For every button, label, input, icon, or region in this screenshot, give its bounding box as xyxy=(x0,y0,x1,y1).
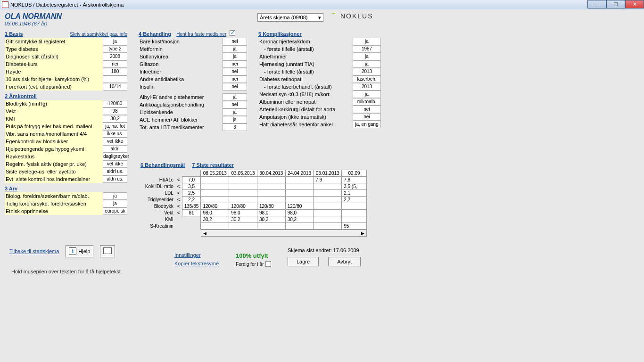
goal-cell[interactable]: 3,5 xyxy=(182,183,201,190)
field-value[interactable]: ikke us. xyxy=(103,130,127,138)
result-cell xyxy=(229,177,257,183)
maximize-button[interactable]: ☐ xyxy=(606,0,625,8)
print-button[interactable] xyxy=(100,245,115,257)
form-row: Inkretinernei xyxy=(139,68,247,75)
form-row: Koronar hjertesykdomja xyxy=(258,38,381,45)
field-value[interactable]: dagligrøyker xyxy=(103,153,127,160)
field-value[interactable]: laserbeh. xyxy=(353,75,381,83)
goal-cell[interactable]: 2,2 xyxy=(182,197,201,203)
field-value[interactable]: ja xyxy=(103,200,127,207)
field-value[interactable]: 180 xyxy=(103,68,127,75)
field-value[interactable]: ja xyxy=(353,38,381,45)
field-label: Puls på fotrygg eller bak med. malleol xyxy=(5,123,103,130)
field-value[interactable]: nei xyxy=(223,38,247,45)
field-value[interactable]: nei xyxy=(223,83,247,90)
cancel-button[interactable]: Avbryt xyxy=(328,257,361,266)
field-label: - første laserbehandl. (årstall) xyxy=(258,83,353,90)
consent-link[interactable]: Skriv ut samtykke/ pas. info xyxy=(70,32,127,37)
field-value[interactable]: 98 xyxy=(103,107,127,115)
form-row: Andre antidiabetikanei xyxy=(139,75,247,83)
finished-checkbox[interactable] xyxy=(265,261,271,267)
date-header: 30.04.2013 xyxy=(257,170,285,177)
result-cell: 98,0 xyxy=(229,210,257,216)
field-value[interactable]: ja xyxy=(103,38,127,45)
field-value[interactable]: 2013 xyxy=(353,83,381,90)
field-value[interactable]: aldri us. xyxy=(103,175,127,183)
field-value[interactable]: 30,2 xyxy=(103,115,127,123)
field-value[interactable]: vet ikke xyxy=(103,138,127,145)
field-value[interactable]: ja, hø. fot xyxy=(103,123,127,130)
form-row: Diabetes-kursnei xyxy=(5,60,127,68)
goal-cell[interactable]: 7,0 xyxy=(182,177,201,183)
field-value[interactable] xyxy=(103,75,127,83)
field-label: Albuminuri eller nefropati xyxy=(258,98,353,106)
field-value[interactable]: ja xyxy=(353,60,381,68)
help-button[interactable]: i Hjelp xyxy=(66,245,93,257)
back-link[interactable]: Tilbake til startskjema xyxy=(9,248,59,254)
field-value[interactable]: ja xyxy=(353,90,381,98)
form-row: Vekt98 xyxy=(5,107,127,115)
field-value[interactable]: aldri xyxy=(103,145,127,153)
field-label: Diabetes retinopati xyxy=(258,75,353,83)
result-cell xyxy=(201,223,229,230)
goal-cell[interactable] xyxy=(182,216,201,223)
field-value[interactable]: nei xyxy=(353,113,381,121)
result-cell: 30,2 xyxy=(201,216,229,223)
field-value[interactable]: nei xyxy=(223,68,247,75)
fetch-meds-checkbox[interactable]: ✓ xyxy=(230,30,235,36)
field-value[interactable]: nei xyxy=(353,106,381,113)
field-value[interactable]: 3 xyxy=(223,123,247,131)
lt-symbol: < xyxy=(175,197,182,203)
field-value[interactable]: 120/80 xyxy=(103,100,127,107)
schema-select[interactable]: Årets skjema (09/08) ▾ xyxy=(257,13,323,22)
copy-summary-link[interactable]: Kopier tekstresymé xyxy=(174,261,219,266)
field-value[interactable]: ja xyxy=(223,53,247,60)
date-header: 03.01.2013 xyxy=(314,170,342,177)
form-row: Sulfonylureaja xyxy=(139,53,247,60)
form-row: Atrieflimmerja xyxy=(258,53,381,60)
goal-cell[interactable]: 81 xyxy=(182,210,201,216)
field-value[interactable]: ja xyxy=(223,93,247,101)
fetch-meds-link[interactable]: Hent fra faste medisiner xyxy=(176,32,226,37)
field-label: Hjelpetrengende pga hypoglykemi xyxy=(5,145,103,153)
field-value[interactable]: ja xyxy=(103,192,127,200)
field-label: Arteriell karkirurgi distalt for aorta xyxy=(258,106,353,113)
field-value[interactable]: 2008 xyxy=(103,53,127,60)
field-value[interactable]: ja xyxy=(223,45,247,53)
table-hscroll[interactable]: ◀▶ xyxy=(201,230,367,237)
row-label: Kol/HDL-ratio xyxy=(140,183,175,190)
field-value[interactable]: nei xyxy=(103,60,127,68)
field-value[interactable]: europeisk xyxy=(103,207,127,215)
row-label: Vekt xyxy=(140,210,175,216)
field-value[interactable]: nei xyxy=(223,75,247,83)
field-value[interactable]: vet ikke xyxy=(103,160,127,168)
form-row: Lipidsenkendeja xyxy=(139,108,247,116)
field-value[interactable]: aldri us. xyxy=(103,168,127,175)
field-label: Diagnosen stilt (årstall) xyxy=(5,53,103,60)
minimize-button[interactable]: — xyxy=(587,0,606,8)
close-button[interactable]: ✕ xyxy=(625,0,644,8)
goal-cell[interactable]: 135/85 xyxy=(182,203,201,210)
table-row: KMI30,230,230,230,2 xyxy=(140,216,367,223)
field-value[interactable]: 1987 xyxy=(353,45,381,53)
field-value[interactable]: 2013 xyxy=(353,68,381,75)
field-label: Type diabetes xyxy=(5,45,103,53)
form-row: Vibr. sans normal/monofilament 4/4ikke u… xyxy=(5,130,127,138)
field-value[interactable]: nei xyxy=(223,60,247,68)
field-value[interactable]: mikroalb. xyxy=(353,98,381,106)
save-button[interactable]: Lagre xyxy=(288,257,319,266)
goal-cell[interactable] xyxy=(182,223,201,230)
result-cell xyxy=(201,197,229,203)
table-row: S-Kreatinin95 xyxy=(140,223,367,230)
field-value[interactable]: ja xyxy=(223,116,247,123)
field-value[interactable]: ja xyxy=(353,53,381,60)
field-value[interactable]: nei xyxy=(223,101,247,108)
form-row: Antikoagulasjonsbehandlingnei xyxy=(139,101,247,108)
field-label: 10 års risk for hjerte- karsykdom (%) xyxy=(5,75,103,83)
goal-cell[interactable]: 2,5 xyxy=(182,190,201,197)
field-value[interactable]: ja, en gang xyxy=(353,121,381,128)
field-value[interactable]: ja xyxy=(223,108,247,116)
form-row: Hatt diabetessår nedenfor ankelja, en ga… xyxy=(258,121,381,128)
field-value[interactable]: type 2 xyxy=(103,45,127,53)
field-value[interactable]: 10/14 xyxy=(103,83,127,90)
